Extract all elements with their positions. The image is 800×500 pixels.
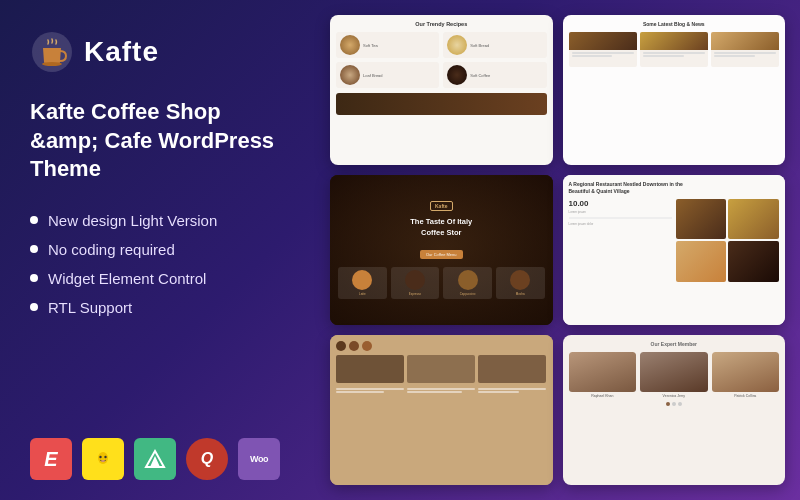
- feature-item: New design Light Version: [30, 212, 290, 229]
- svg-point-5: [104, 456, 106, 458]
- svg-point-6: [101, 460, 105, 462]
- menu-item: Cappuccino: [443, 267, 492, 299]
- svg-point-1: [42, 62, 62, 66]
- carousel-dots: [569, 402, 780, 406]
- bullet-icon: [30, 303, 38, 311]
- vuejs-badge: [134, 438, 176, 480]
- bullet-icon: [30, 216, 38, 224]
- team-member: Raphael Khan: [569, 352, 637, 398]
- food-image: [340, 65, 360, 85]
- mailchimp-icon: [91, 447, 115, 471]
- sc1-item-label: Soft Coffee: [470, 73, 490, 78]
- screenshot-hero: Kafte The Taste Of Italy Coffee Stor Our…: [330, 175, 553, 325]
- query-badge: Q: [186, 438, 228, 480]
- carousel-dot: [672, 402, 676, 406]
- team-grid: Raphael Khan Veronica Jerry Patrick Coll…: [569, 352, 780, 398]
- svg-point-3: [98, 452, 108, 464]
- elementor-badge: E: [30, 438, 72, 480]
- sc1-grid: Soft Tea Soft Bread Loaf Bread Soft Coff…: [336, 32, 547, 88]
- post-image: [711, 32, 779, 50]
- feature-text: Widget Element Control: [48, 270, 206, 287]
- member-photo: [712, 352, 780, 392]
- menu-item: Espresso: [391, 267, 440, 299]
- vuejs-icon: [144, 448, 166, 470]
- menu-item: Mocha: [496, 267, 545, 299]
- logo-text: Kafte: [84, 36, 159, 68]
- features-list: New design Light Version No coding requi…: [30, 212, 290, 328]
- woocommerce-badge: Woo: [238, 438, 280, 480]
- menu-image: [336, 355, 404, 383]
- feature-item: No coding required: [30, 241, 290, 258]
- menu-image: [407, 355, 475, 383]
- coffee-cup-icon: [30, 30, 74, 74]
- food-image: [447, 65, 467, 85]
- feature-item: RTL Support: [30, 299, 290, 316]
- restaurant-image: [676, 199, 727, 239]
- post-image: [569, 32, 637, 50]
- blog-post: [711, 32, 779, 67]
- member-name: Raphael Khan: [569, 394, 637, 398]
- screenshot-menu2: [330, 335, 553, 485]
- sc3-hero-headline: The Taste Of Italy Coffee Stor: [410, 217, 472, 238]
- avatar: [336, 341, 346, 351]
- query-icon: Q: [201, 450, 213, 468]
- feature-text: RTL Support: [48, 299, 132, 316]
- sc1-item-label: Soft Bread: [470, 43, 489, 48]
- sc1-item-label: Soft Tea: [363, 43, 378, 48]
- restaurant-image: [728, 241, 779, 281]
- team-member: Veronica Jerry: [640, 352, 708, 398]
- member-name: Veronica Jerry: [640, 394, 708, 398]
- screenshot-team: Our Expert Member Raphael Khan Veronica …: [563, 335, 786, 485]
- carousel-dot: [678, 402, 682, 406]
- sc3-logo-text: Kafte: [430, 201, 453, 211]
- sc1-banner: [336, 93, 547, 115]
- restaurant-image: [676, 241, 727, 281]
- team-member: Patrick Collins: [712, 352, 780, 398]
- sc1-item: Soft Coffee: [443, 62, 546, 88]
- sc1-title: Our Trendy Recipes: [336, 21, 547, 27]
- woocommerce-icon: Woo: [250, 454, 268, 464]
- avatar: [349, 341, 359, 351]
- member-photo: [569, 352, 637, 392]
- screenshots-grid: Our Trendy Recipes Soft Tea Soft Bread L…: [320, 0, 800, 500]
- screenshot-blog: Some Latest Blog & News: [563, 15, 786, 165]
- screenshot-restaurant: A Regional Restaurant Nestled Downtown i…: [563, 175, 786, 325]
- sc2-title: Some Latest Blog & News: [569, 21, 780, 27]
- sc6-title: Our Expert Member: [569, 341, 780, 347]
- mailchimp-badge: [82, 438, 124, 480]
- elementor-icon: E: [44, 448, 57, 471]
- bullet-icon: [30, 245, 38, 253]
- carousel-dot: [666, 402, 670, 406]
- logo-row: Kafte: [30, 30, 290, 74]
- theme-title: Kafte Coffee Shop &amp; Cafe WordPress T…: [30, 98, 290, 184]
- plugins-row: E Q Woo: [30, 438, 290, 480]
- blog-post: [569, 32, 637, 67]
- food-image: [447, 35, 467, 55]
- feature-text: New design Light Version: [48, 212, 217, 229]
- post-image: [640, 32, 708, 50]
- screenshot-recipes: Our Trendy Recipes Soft Tea Soft Bread L…: [330, 15, 553, 165]
- sc1-item: Soft Bread: [443, 32, 546, 58]
- restaurant-image: [728, 199, 779, 239]
- sc4-price: 10.00: [569, 199, 672, 208]
- menu-item: Latte: [338, 267, 387, 299]
- sc1-item: Loaf Bread: [336, 62, 439, 88]
- member-photo: [640, 352, 708, 392]
- svg-point-4: [99, 456, 101, 458]
- feature-text: No coding required: [48, 241, 175, 258]
- member-name: Patrick Collins: [712, 394, 780, 398]
- left-panel: Kafte Kafte Coffee Shop &amp; Cafe WordP…: [0, 0, 320, 500]
- sc1-item: Soft Tea: [336, 32, 439, 58]
- blog-posts: [569, 32, 780, 67]
- avatar: [362, 341, 372, 351]
- sc4-headline: A Regional Restaurant Nestled Downtown i…: [569, 181, 685, 195]
- sc1-item-label: Loaf Bread: [363, 73, 383, 78]
- food-image: [340, 35, 360, 55]
- menu-image: [478, 355, 546, 383]
- bullet-icon: [30, 274, 38, 282]
- sc3-menu-items: Our Coffee Menu: [420, 250, 463, 259]
- blog-post: [640, 32, 708, 67]
- feature-item: Widget Element Control: [30, 270, 290, 287]
